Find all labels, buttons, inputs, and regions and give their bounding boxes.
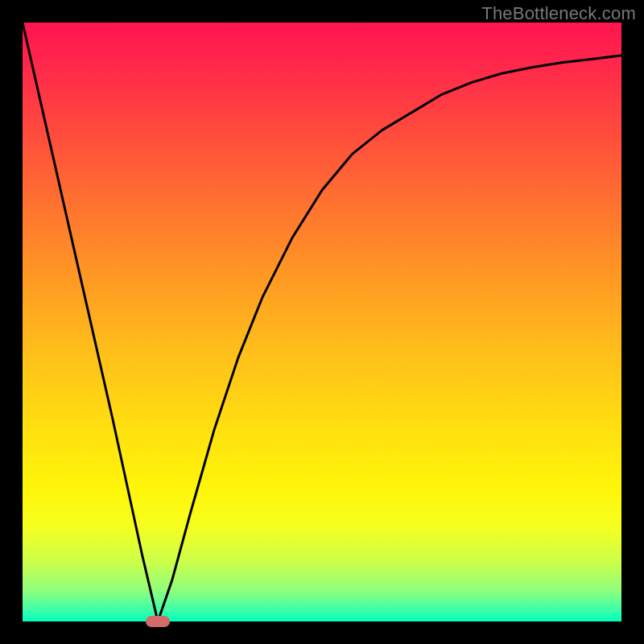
watermark-text: TheBottleneck.com	[481, 3, 636, 24]
plot-area	[23, 23, 621, 621]
optimal-marker	[146, 616, 170, 627]
heat-gradient-background	[23, 23, 621, 621]
